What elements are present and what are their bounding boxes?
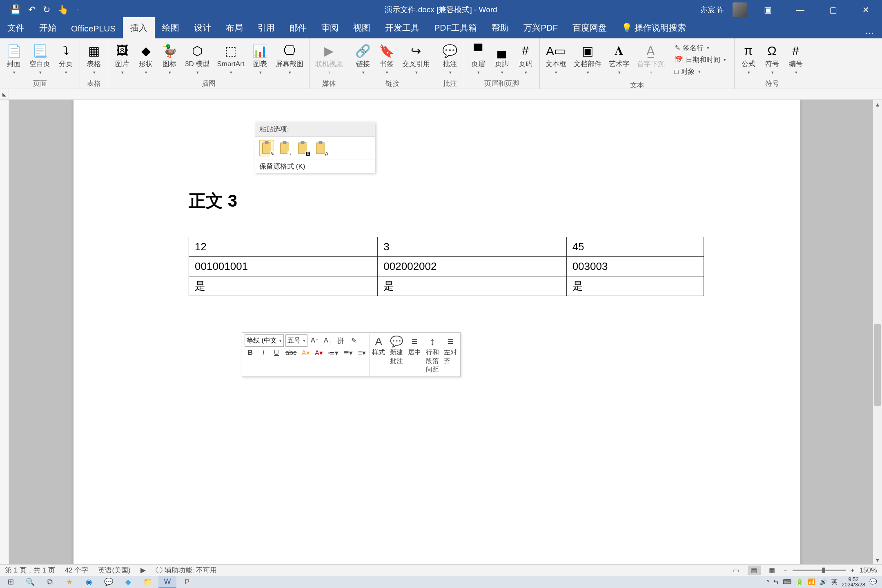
task-view-icon[interactable]: ⧉ [41,576,59,588]
ribbon-公式[interactable]: π公式▾ [738,41,759,77]
ribbon-页眉[interactable]: ▀页眉▾ [468,41,489,77]
close-icon[interactable]: ✕ [853,0,878,20]
font-size-combo[interactable]: 五号▾ [285,334,307,347]
mini-btn[interactable]: ≡▾ [356,347,368,359]
tray-keyboard-icon[interactable]: ⌨ [783,578,792,586]
save-icon[interactable]: 💾 [10,4,21,15]
ribbon-图表[interactable]: 📊图表▾ [249,41,271,77]
table-cell[interactable]: 003003 [566,257,704,276]
ribbon-空白页[interactable]: 📃空白页▾ [27,41,53,77]
mini-btn[interactable]: A▾ [313,347,325,359]
tray-sync-icon[interactable]: ⇆ [773,578,779,586]
touch-mode-icon[interactable]: 👆 [58,4,69,15]
mini-新建批注[interactable]: 💬新建批注 [388,334,405,376]
minimize-icon[interactable]: — [788,0,813,20]
ribbon-屏幕截图[interactable]: 🖵屏幕截图▾ [273,41,306,77]
status-language[interactable]: 英语(美国) [98,566,130,575]
table-cell[interactable]: 是 [189,276,378,296]
mini-btn[interactable]: A↓ [322,334,334,347]
tab-开发工具[interactable]: 开发工具 [378,17,427,38]
table-cell[interactable]: 002002002 [378,257,566,276]
wechat-icon[interactable]: 💬 [100,576,118,588]
zoom-out-icon[interactable]: − [784,566,788,575]
tab-万兴PDF[interactable]: 万兴PDF [516,17,565,38]
tray-battery-icon[interactable]: 🔋 [796,578,804,586]
tray-clock[interactable]: 9:52 2024/3/28 [842,577,865,587]
ribbon-编号[interactable]: #编号▾ [785,41,806,77]
tray-notifications-icon[interactable]: 💬 [869,578,877,586]
edge-icon[interactable]: ◉ [80,576,98,588]
mini-样式[interactable]: A样式 [370,334,388,376]
user-name[interactable]: 亦宸 许 [700,5,724,15]
powerpoint-icon[interactable]: P [178,576,196,588]
ribbon-分页[interactable]: ⤵分页▾ [55,41,76,77]
ribbon-艺术字[interactable]: 𝐀艺术字▾ [606,41,632,77]
word-icon[interactable]: W [158,576,176,588]
view-print-icon[interactable]: ▤ [748,566,761,575]
tab-帮助[interactable]: 帮助 [484,17,516,38]
zoom-level[interactable]: 150% [860,566,877,575]
ruler-vertical[interactable] [0,100,9,564]
mini-btn[interactable]: I [258,347,269,359]
scroll-up-icon[interactable]: ▴ [873,100,882,109]
avatar[interactable] [733,2,747,17]
paste-picture-icon[interactable]: 🖼 [295,140,310,156]
mini-行和段落间距[interactable]: ↕行和段落间距 [423,334,441,376]
tray-wifi-icon[interactable]: 📶 [808,578,815,586]
ribbon-options-icon[interactable]: ▣ [755,0,780,20]
mini-左对齐[interactable]: ≡左对齐 [441,334,459,376]
tab-开始[interactable]: 开始 [32,17,64,38]
mini-btn[interactable]: A↑ [309,334,321,347]
status-word-count[interactable]: 42 个字 [65,566,89,575]
zoom-slider[interactable] [793,570,846,571]
tab-设计[interactable]: 设计 [187,17,218,38]
ruler-corner[interactable]: ◣ [0,89,9,100]
mini-btn[interactable]: abc [284,347,298,359]
undo-icon[interactable]: ↶ [28,4,36,15]
ribbon-图片[interactable]: 🖼图片▾ [111,41,133,77]
view-read-icon[interactable]: ▭ [730,566,743,575]
table-cell[interactable]: 是 [566,276,704,296]
app-blue-icon[interactable]: ◆ [119,576,137,588]
ribbon-3D 模型[interactable]: ⬡3D 模型▾ [183,41,212,77]
tab-插入[interactable]: 插入 [123,17,155,38]
explorer-icon[interactable]: 📁 [139,576,157,588]
tab-绘图[interactable]: 绘图 [155,17,187,38]
maximize-icon[interactable]: ▢ [821,0,845,20]
ribbon-交叉引用[interactable]: ↪交叉引用▾ [400,41,432,77]
table-cell[interactable]: 3 [378,237,566,257]
tray-volume-icon[interactable]: 🔊 [820,578,827,586]
tab-百度网盘[interactable]: 百度网盘 [565,17,614,38]
ribbon-批注[interactable]: 💬批注▾ [439,41,461,77]
mini-btn[interactable]: ≣▾ [342,347,354,359]
ribbon-链接[interactable]: 🔗链接▾ [352,41,374,77]
table-cell[interactable]: 45 [566,237,704,257]
page[interactable]: 正文 3 12345001001001002002002003003是是是 粘贴… [74,100,800,564]
tab-邮件[interactable]: 邮件 [282,17,314,38]
ribbon-页脚[interactable]: ▄页脚▾ [491,41,512,77]
redo-icon[interactable]: ↻ [43,4,50,15]
ribbon-对象[interactable]: □对象▾ [673,66,728,77]
tell-me-search[interactable]: 💡操作说明搜索 [614,17,693,38]
ribbon-日期和时间[interactable]: 📅日期和时间▾ [673,54,728,65]
tab-引用[interactable]: 引用 [250,17,282,38]
scroll-down-icon[interactable]: ▾ [873,555,882,564]
zoom-in-icon[interactable]: + [851,566,855,575]
status-page[interactable]: 第 1 页，共 1 页 [5,566,55,575]
tab-文件[interactable]: 文件 [0,17,32,38]
mini-btn[interactable]: U [271,347,282,359]
status-accessibility[interactable]: ⓘ 辅助功能: 不可用 [156,566,217,575]
ribbon-SmartArt[interactable]: ⬚SmartArt▾ [214,41,247,77]
tab-审阅[interactable]: 审阅 [314,17,346,38]
tray-ime[interactable]: 英 [831,578,837,586]
mini-居中[interactable]: ≡居中 [405,334,423,376]
start-icon[interactable]: ⊞ [2,576,20,588]
document-area[interactable]: 正文 3 12345001001001002002002003003是是是 粘贴… [9,100,873,564]
paste-merge-formatting-icon[interactable]: → [277,140,292,156]
ribbon-图标[interactable]: 🦆图标▾ [159,41,180,77]
view-web-icon[interactable]: ▦ [766,566,779,575]
app-star-icon[interactable]: ★ [60,576,78,588]
share-icon[interactable]: ⋯ [865,28,882,38]
mini-btn[interactable]: ≔▾ [326,347,340,359]
scrollbar-vertical[interactable]: ▴ ▾ [873,100,882,564]
